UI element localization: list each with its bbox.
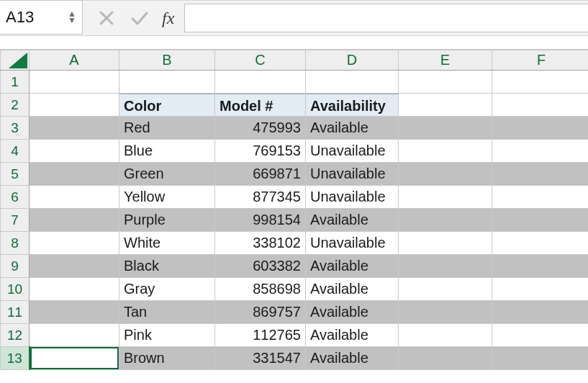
cell[interactable] <box>30 163 119 186</box>
cell-availability[interactable]: Available <box>306 209 399 232</box>
cell[interactable] <box>30 232 119 255</box>
cell[interactable] <box>399 186 492 209</box>
cell[interactable] <box>30 255 119 278</box>
name-box[interactable]: A13 ▲ ▼ <box>0 0 83 35</box>
cell[interactable] <box>399 94 492 117</box>
row-header[interactable]: 7 <box>1 209 30 232</box>
cell-availability[interactable]: Available <box>306 301 399 324</box>
formula-input[interactable] <box>184 4 588 32</box>
cell-header-model[interactable]: Model # <box>215 94 306 117</box>
cell[interactable] <box>30 301 119 324</box>
cell[interactable] <box>30 71 119 94</box>
cell[interactable] <box>492 232 589 255</box>
cell[interactable] <box>492 209 589 232</box>
cell-availability[interactable]: Unavailable <box>306 163 399 186</box>
cell-color[interactable]: Green <box>119 163 215 186</box>
column-header-b[interactable]: B <box>119 50 215 71</box>
cell-model[interactable]: 869757 <box>215 301 306 324</box>
row-header[interactable]: 5 <box>1 163 30 186</box>
row-header[interactable]: 1 <box>1 71 30 94</box>
cell[interactable] <box>399 163 492 186</box>
cell-model[interactable]: 331547 <box>215 347 306 370</box>
column-header-f[interactable]: F <box>492 50 589 71</box>
cell-header-color[interactable]: Color <box>119 94 215 117</box>
row-header[interactable]: 8 <box>1 232 30 255</box>
cell[interactable] <box>492 94 589 117</box>
cell-model[interactable]: 769153 <box>215 140 306 163</box>
cell-availability[interactable]: Available <box>306 347 399 370</box>
row-header[interactable]: 6 <box>1 186 30 209</box>
cell[interactable] <box>492 163 589 186</box>
cell-model[interactable]: 338102 <box>215 232 306 255</box>
cell[interactable] <box>399 347 492 370</box>
cancel-formula-button[interactable] <box>99 10 114 26</box>
cell-color[interactable]: Black <box>119 255 215 278</box>
cell[interactable] <box>399 117 492 140</box>
cell[interactable] <box>215 71 306 94</box>
cell[interactable] <box>30 278 119 301</box>
cell-color[interactable]: Tan <box>119 301 215 324</box>
cell[interactable] <box>30 209 119 232</box>
cell[interactable] <box>492 301 589 324</box>
cell[interactable] <box>492 347 589 370</box>
name-box-stepper[interactable]: ▲ ▼ <box>68 11 76 24</box>
cell-availability[interactable]: Unavailable <box>306 232 399 255</box>
row-header[interactable]: 13 <box>1 347 30 370</box>
cell[interactable] <box>399 71 492 94</box>
cell[interactable] <box>492 117 589 140</box>
cell[interactable] <box>492 324 589 347</box>
fx-label[interactable]: fx <box>162 1 181 35</box>
cell[interactable] <box>492 255 589 278</box>
cell[interactable] <box>399 232 492 255</box>
cell-color[interactable]: Red <box>119 117 215 140</box>
row-header[interactable]: 4 <box>1 140 30 163</box>
cell-model[interactable]: 669871 <box>215 163 306 186</box>
cell[interactable] <box>399 209 492 232</box>
cell[interactable] <box>492 71 589 94</box>
cell-availability[interactable]: Available <box>306 255 399 278</box>
cell-model[interactable]: 112765 <box>215 324 306 347</box>
cell-color[interactable]: Blue <box>119 140 215 163</box>
cell-model[interactable]: 858698 <box>215 278 306 301</box>
row-header[interactable]: 9 <box>1 255 30 278</box>
cell-color[interactable]: Gray <box>119 278 215 301</box>
cell[interactable] <box>492 186 589 209</box>
cell[interactable] <box>306 71 399 94</box>
cell-availability[interactable]: Unavailable <box>306 140 399 163</box>
cell-model[interactable]: 998154 <box>215 209 306 232</box>
cell[interactable] <box>492 140 589 163</box>
select-all-corner[interactable] <box>1 50 30 71</box>
cell-availability[interactable]: Available <box>306 324 399 347</box>
stepper-down-icon[interactable]: ▼ <box>68 17 76 24</box>
column-header-e[interactable]: E <box>399 50 492 71</box>
row-header[interactable]: 12 <box>1 324 30 347</box>
cell-color[interactable]: Brown <box>119 347 215 370</box>
cell[interactable] <box>492 278 589 301</box>
row-header[interactable]: 11 <box>1 301 30 324</box>
cell-header-availability[interactable]: Availability <box>306 94 399 117</box>
cell-model[interactable]: 877345 <box>215 186 306 209</box>
cell[interactable] <box>399 278 492 301</box>
column-header-c[interactable]: C <box>215 50 306 71</box>
cell-color[interactable]: White <box>119 232 215 255</box>
cell-color[interactable]: Purple <box>119 209 215 232</box>
cell[interactable] <box>30 186 119 209</box>
spreadsheet-grid[interactable]: A B C D E F 1 2 Color Model # Availabili… <box>0 50 588 370</box>
cell[interactable] <box>399 255 492 278</box>
cell-model[interactable]: 603382 <box>215 255 306 278</box>
cell[interactable] <box>30 324 119 347</box>
cell-color[interactable]: Yellow <box>119 186 215 209</box>
active-cell[interactable] <box>30 347 119 370</box>
accept-formula-button[interactable] <box>130 10 149 26</box>
cell-model[interactable]: 475993 <box>215 117 306 140</box>
cell[interactable] <box>30 117 119 140</box>
cell[interactable] <box>30 94 119 117</box>
row-header[interactable]: 10 <box>1 278 30 301</box>
cell[interactable] <box>30 140 119 163</box>
cell-color[interactable]: Pink <box>119 324 215 347</box>
cell[interactable] <box>119 71 215 94</box>
column-header-d[interactable]: D <box>306 50 399 71</box>
row-header[interactable]: 2 <box>1 94 30 117</box>
column-header-a[interactable]: A <box>30 50 119 71</box>
cell[interactable] <box>399 324 492 347</box>
